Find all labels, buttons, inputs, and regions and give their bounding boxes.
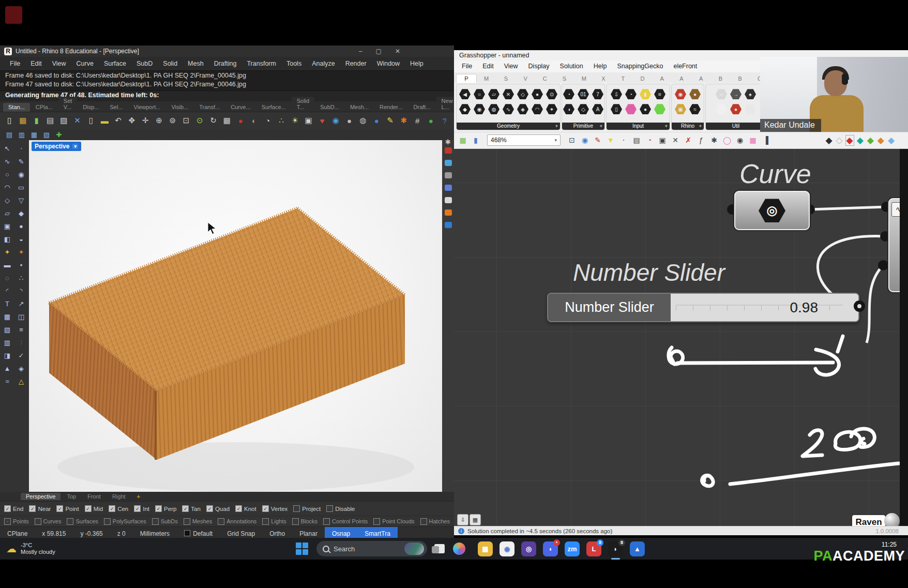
component-icon[interactable] xyxy=(654,104,665,114)
category-tab[interactable]: V xyxy=(516,74,535,83)
display-gem-icon[interactable]: ◆ xyxy=(825,136,832,145)
canvas-toolbar-icon[interactable]: ▐ xyxy=(760,134,771,146)
task-view-icon[interactable] xyxy=(434,544,445,553)
palette-group-label[interactable]: Util+ xyxy=(706,123,766,130)
save-definition-icon[interactable]: ▮ xyxy=(470,134,481,146)
sidebar-tool-icon[interactable]: ✦ xyxy=(15,246,28,258)
grasshopper-canvas[interactable]: Curve ◎ ∿ Number Slider Number Slider 0.… xyxy=(454,149,908,526)
category-tab[interactable]: A xyxy=(652,74,672,83)
expand-icon[interactable]: + xyxy=(665,124,668,129)
sidebar-tool-icon[interactable]: ◧ xyxy=(1,233,14,245)
panel-tab-icon[interactable] xyxy=(445,209,452,216)
toolbar-tab[interactable]: SubD... xyxy=(315,103,344,112)
sidebar-tool-icon[interactable]: ∿ xyxy=(1,155,14,168)
component-icon[interactable]: ▱ xyxy=(488,89,500,99)
rhino-toolbar-icon[interactable]: ⊚ xyxy=(167,114,179,127)
sidebar-tool-icon[interactable]: ◈ xyxy=(15,362,28,374)
panel-tab-icon[interactable] xyxy=(445,222,452,228)
osnap-checkbox[interactable]: Near xyxy=(29,505,51,512)
open-definition-icon[interactable]: ▦ xyxy=(457,134,468,146)
canvas-toolbar-icon[interactable]: ▦ xyxy=(747,134,759,146)
component-icon[interactable]: → xyxy=(730,89,741,99)
grasshopper-menu-item[interactable]: Help xyxy=(589,62,612,71)
sidebar-tool-icon[interactable]: ◉ xyxy=(15,168,28,180)
planar-toggle[interactable]: Planar xyxy=(292,530,325,537)
sidebar-tool-icon[interactable]: ▭ xyxy=(15,181,28,193)
taskbar-weather-widget[interactable]: ☁ -3°C Mostly cloudy xyxy=(0,542,110,555)
component-icon[interactable]: ● xyxy=(689,89,701,99)
panel-tab-icon[interactable] xyxy=(445,185,452,191)
rhino-menu-item[interactable]: Solid xyxy=(158,59,182,68)
category-tab[interactable]: S xyxy=(496,74,516,83)
viewport-tab[interactable]: Right xyxy=(107,493,131,500)
sidebar-tool-icon[interactable]: ✎ xyxy=(15,155,28,168)
rhino-toolbar-icon[interactable]: ● xyxy=(234,114,247,127)
filter-checkbox[interactable]: PolySurfaces xyxy=(104,518,146,525)
toolbar-tab[interactable]: Draft... xyxy=(408,103,436,112)
rhino-toolbar-icon[interactable]: ▣ xyxy=(302,114,315,127)
sidebar-tool-icon[interactable]: ⋅ xyxy=(15,142,28,155)
rhino-subtoolbar-icon[interactable]: ✚ xyxy=(54,130,64,139)
canvas-toolbar-icon[interactable]: ◔ xyxy=(644,134,655,146)
expand-icon[interactable]: + xyxy=(555,124,558,129)
rhino-toolbar-icon[interactable]: ▤ xyxy=(44,114,56,127)
category-tab[interactable]: S xyxy=(555,74,574,83)
taskbar-app-icon[interactable]: ▦ xyxy=(478,541,493,556)
start-button[interactable] xyxy=(296,542,308,555)
display-gem-icon[interactable]: ◆ xyxy=(846,136,853,145)
component-icon[interactable]: 7 xyxy=(592,89,603,99)
rhino-menu-item[interactable]: Edit xyxy=(26,59,47,68)
filter-checkbox[interactable]: Meshes xyxy=(184,518,213,525)
display-gem-icon[interactable]: ◆ xyxy=(867,136,874,145)
filter-checkbox[interactable]: SubDs xyxy=(152,518,178,525)
rhino-menu-item[interactable]: Render xyxy=(341,59,371,68)
maximize-button[interactable]: ▢ xyxy=(376,48,382,55)
copilot-icon[interactable] xyxy=(453,542,465,555)
component-icon[interactable]: → xyxy=(745,104,756,114)
close-button[interactable]: ✕ xyxy=(395,48,400,55)
number-slider-component[interactable]: Number Slider 0.98 xyxy=(547,293,859,322)
category-tab[interactable]: B xyxy=(730,74,750,83)
sidebar-tool-icon[interactable]: ≈ xyxy=(1,375,14,387)
palette-group-label[interactable]: Input+ xyxy=(607,123,670,130)
toolbar-tab[interactable]: Viewport... xyxy=(129,103,166,112)
component-icon[interactable]: ▮ xyxy=(640,89,651,99)
component-icon[interactable]: ▣ xyxy=(675,104,686,114)
taskbar-app-icon[interactable]: zm xyxy=(565,541,580,556)
sidebar-tool-icon[interactable]: ◨ xyxy=(1,349,14,361)
sidebar-tool-icon[interactable]: T xyxy=(1,297,14,310)
rhino-toolbar-icon[interactable]: ✎ xyxy=(384,114,396,127)
component-icon[interactable]: ○ xyxy=(474,89,485,99)
component-icon[interactable]: ♠ xyxy=(745,89,756,99)
raven-ball-icon[interactable] xyxy=(884,513,900,526)
osnap-checkbox[interactable]: Disable xyxy=(326,505,355,512)
rhino-viewport[interactable]: Perspective ▾ xyxy=(29,140,442,492)
toolbar-tab[interactable]: Surface... xyxy=(256,103,291,112)
rhino-menu-item[interactable]: File xyxy=(5,59,25,68)
component-icon[interactable]: ◈ xyxy=(517,104,528,114)
cplane-cell[interactable]: CPlane xyxy=(0,530,35,537)
canvas-toolbar-icon[interactable]: ◉ xyxy=(734,134,746,146)
number-slider-rail[interactable]: 0.98 xyxy=(671,294,858,321)
sidebar-tool-icon[interactable]: ○ xyxy=(1,168,14,180)
minimize-button[interactable]: – xyxy=(359,48,362,55)
sidebar-tool-icon[interactable]: ▲ xyxy=(1,362,14,374)
rhino-toolbar-icon[interactable]: ↶ xyxy=(112,114,124,127)
toolbar-tab[interactable]: Disp... xyxy=(78,103,104,112)
rhino-toolbar-icon[interactable]: ◉ xyxy=(329,114,342,127)
osnap-checkbox[interactable]: Tan xyxy=(182,505,201,512)
sidebar-tool-icon[interactable]: ✓ xyxy=(15,349,28,361)
rhino-menu-item[interactable]: Transform xyxy=(242,59,281,68)
panel-tab-icon[interactable] xyxy=(445,160,452,166)
osnap-checkbox[interactable]: Perp xyxy=(155,505,176,512)
component-icon[interactable]: ◉ xyxy=(474,104,485,114)
component-icon[interactable]: :: xyxy=(716,104,727,114)
viewport-tab[interactable]: Front xyxy=(82,493,106,500)
canvas-toolbar-icon[interactable]: ƒ xyxy=(695,134,707,146)
sidebar-tool-icon[interactable]: ◌ xyxy=(1,272,14,284)
filter-checkbox[interactable]: Curves xyxy=(35,518,62,525)
filter-checkbox[interactable]: Control Points xyxy=(323,518,368,525)
rhino-toolbar-icon[interactable]: ▦ xyxy=(221,114,233,127)
toolbar-gear-icon[interactable]: ✱ xyxy=(445,138,451,146)
rhino-menu-item[interactable]: Window xyxy=(372,59,404,68)
